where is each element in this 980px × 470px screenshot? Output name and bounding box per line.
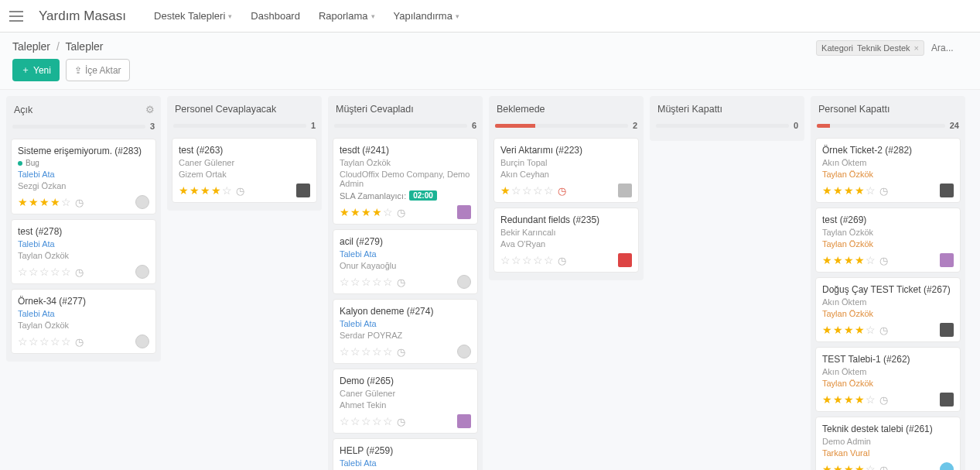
- star-icon[interactable]: ☆: [866, 394, 876, 405]
- star-icon[interactable]: ★: [855, 185, 865, 196]
- star-icon[interactable]: ★: [18, 197, 28, 208]
- star-icon[interactable]: ★: [29, 197, 39, 208]
- avatar[interactable]: [135, 195, 149, 209]
- star-icon[interactable]: ☆: [383, 276, 393, 287]
- kanban-card[interactable]: Örnek-34 (#277) Talebi Ata Taylan Özkök …: [11, 289, 156, 354]
- star-icon[interactable]: ☆: [61, 266, 71, 277]
- star-icon[interactable]: ★: [822, 185, 832, 196]
- star-icon[interactable]: ★: [844, 464, 854, 470]
- card-meta-1[interactable]: Talebi Ata: [340, 458, 471, 468]
- kanban-card[interactable]: HELP (#259) Talebi Ata Caner Gülener ☆☆☆…: [333, 438, 478, 470]
- nav-item[interactable]: Raporlama▾: [319, 10, 375, 22]
- star-icon[interactable]: ★: [833, 394, 843, 405]
- avatar[interactable]: [135, 334, 149, 348]
- star-icon[interactable]: ★: [833, 185, 843, 196]
- star-icon[interactable]: ★: [855, 464, 865, 470]
- star-icon[interactable]: ★: [200, 185, 210, 196]
- star-icon[interactable]: ☆: [544, 255, 554, 266]
- card-meta-1[interactable]: Talebi Ata: [18, 309, 149, 318]
- avatar[interactable]: [940, 184, 954, 197]
- star-icon[interactable]: ★: [500, 185, 510, 196]
- new-button[interactable]: ＋ Yeni: [12, 59, 60, 81]
- star-icon[interactable]: ☆: [361, 346, 371, 357]
- star-icon[interactable]: ★: [372, 207, 382, 218]
- avatar[interactable]: [457, 205, 471, 219]
- star-icon[interactable]: ★: [833, 324, 843, 335]
- star-icon[interactable]: ★: [822, 464, 832, 470]
- star-icon[interactable]: ☆: [383, 207, 393, 218]
- nav-item[interactable]: Dashboard: [251, 10, 300, 22]
- star-icon[interactable]: ★: [844, 255, 854, 266]
- star-icon[interactable]: ☆: [383, 416, 393, 427]
- star-icon[interactable]: ☆: [222, 185, 232, 196]
- breadcrumb-root[interactable]: Talepler: [12, 40, 50, 53]
- star-icon[interactable]: ☆: [29, 336, 39, 347]
- avatar[interactable]: [618, 184, 632, 197]
- star-icon[interactable]: ☆: [350, 416, 360, 427]
- star-icon[interactable]: ★: [211, 185, 221, 196]
- star-icon[interactable]: ★: [822, 394, 832, 405]
- star-icon[interactable]: ☆: [372, 346, 382, 357]
- nav-item[interactable]: Destek Talepleri▾: [154, 10, 232, 22]
- star-icon[interactable]: ☆: [350, 346, 360, 357]
- star-icon[interactable]: ★: [190, 185, 200, 196]
- star-icon[interactable]: ☆: [50, 336, 60, 347]
- star-icon[interactable]: ★: [833, 255, 843, 266]
- star-icon[interactable]: ☆: [866, 185, 876, 196]
- import-button[interactable]: ⇪ İçe Aktar: [66, 59, 130, 81]
- filter-tag-kategori[interactable]: Kategori Teknik Destek ×: [816, 40, 924, 56]
- avatar[interactable]: [940, 253, 954, 267]
- gear-icon[interactable]: ⚙: [145, 104, 155, 115]
- card-meta-1[interactable]: Talebi Ata: [340, 319, 471, 328]
- star-icon[interactable]: ☆: [29, 266, 39, 277]
- star-icon[interactable]: ★: [179, 185, 189, 196]
- filter-remove-icon[interactable]: ×: [914, 43, 919, 53]
- star-icon[interactable]: ★: [844, 324, 854, 335]
- kanban-card[interactable]: acil (#279) Talebi Ata Onur Kayaoğlu ☆☆☆…: [333, 229, 478, 294]
- kanban-card[interactable]: Kalyon deneme (#274) Talebi Ata Serdar P…: [333, 299, 478, 364]
- card-meta-1[interactable]: Talebi Ata: [18, 239, 149, 249]
- star-icon[interactable]: ☆: [18, 266, 28, 277]
- avatar[interactable]: [135, 265, 149, 279]
- kanban-card[interactable]: test (#263) Caner Gülener Gizem Ortak ★★…: [172, 138, 317, 203]
- star-icon[interactable]: ☆: [522, 185, 532, 196]
- star-icon[interactable]: ☆: [533, 185, 543, 196]
- star-icon[interactable]: ★: [844, 185, 854, 196]
- star-icon[interactable]: ☆: [544, 185, 554, 196]
- star-icon[interactable]: ★: [340, 207, 350, 218]
- star-icon[interactable]: ☆: [500, 255, 510, 266]
- star-icon[interactable]: ★: [833, 464, 843, 470]
- kanban-card[interactable]: Veri Aktarımı (#223) Burçin Topal Akın C…: [493, 138, 639, 203]
- star-icon[interactable]: ☆: [61, 197, 71, 208]
- star-icon[interactable]: ☆: [511, 255, 521, 266]
- star-icon[interactable]: ☆: [39, 266, 50, 277]
- avatar[interactable]: [940, 462, 954, 470]
- card-meta-1[interactable]: Talebi Ata: [18, 170, 149, 179]
- nav-item[interactable]: Yapılandırma▾: [394, 10, 459, 22]
- card-meta-1[interactable]: Talebi Ata: [340, 249, 471, 259]
- star-icon[interactable]: ★: [39, 197, 50, 208]
- star-icon[interactable]: ★: [855, 394, 865, 405]
- star-icon[interactable]: ☆: [340, 416, 350, 427]
- avatar[interactable]: [457, 345, 471, 359]
- star-icon[interactable]: ★: [361, 207, 371, 218]
- star-icon[interactable]: ☆: [372, 416, 382, 427]
- star-icon[interactable]: ★: [844, 394, 854, 405]
- hamburger-icon[interactable]: [9, 8, 26, 25]
- star-icon[interactable]: ★: [50, 197, 60, 208]
- star-icon[interactable]: ☆: [350, 276, 360, 287]
- avatar[interactable]: [296, 184, 310, 197]
- star-icon[interactable]: ★: [822, 324, 832, 335]
- star-icon[interactable]: ☆: [340, 276, 350, 287]
- avatar[interactable]: [618, 253, 632, 267]
- star-icon[interactable]: ☆: [522, 255, 532, 266]
- star-icon[interactable]: ★: [350, 207, 360, 218]
- star-icon[interactable]: ★: [822, 255, 832, 266]
- star-icon[interactable]: ☆: [361, 276, 371, 287]
- star-icon[interactable]: ☆: [372, 276, 382, 287]
- star-icon[interactable]: ★: [855, 255, 865, 266]
- kanban-card[interactable]: Doğuş Çay TEST Ticket (#267) Akın Öktem …: [815, 277, 961, 342]
- star-icon[interactable]: ★: [855, 324, 865, 335]
- avatar[interactable]: [457, 414, 471, 428]
- star-icon[interactable]: ☆: [50, 266, 60, 277]
